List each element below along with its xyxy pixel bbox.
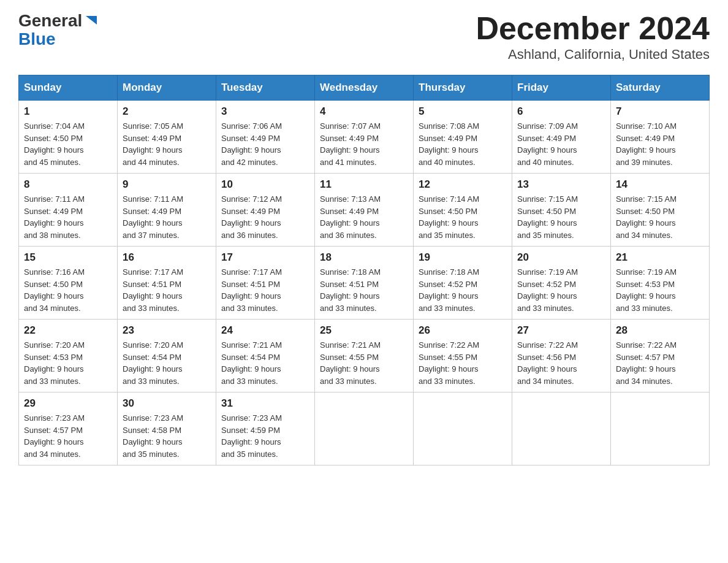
calendar-day-cell: 9Sunrise: 7:11 AMSunset: 4:49 PMDaylight…	[118, 174, 216, 247]
day-number: 27	[517, 324, 605, 337]
calendar-day-cell: 13Sunrise: 7:15 AMSunset: 4:50 PMDayligh…	[512, 174, 611, 247]
calendar-day-cell: 16Sunrise: 7:17 AMSunset: 4:51 PMDayligh…	[118, 247, 216, 320]
calendar-day-cell: 14Sunrise: 7:15 AMSunset: 4:50 PMDayligh…	[611, 174, 710, 247]
calendar-week-row: 29Sunrise: 7:23 AMSunset: 4:57 PMDayligh…	[19, 393, 710, 465]
day-number: 11	[320, 178, 408, 191]
day-info: Sunrise: 7:09 AMSunset: 4:49 PMDaylight:…	[517, 120, 605, 168]
day-of-week-header: Monday	[118, 75, 216, 101]
day-info: Sunrise: 7:15 AMSunset: 4:50 PMDaylight:…	[517, 193, 605, 241]
day-number: 3	[221, 105, 309, 118]
calendar-day-cell: 12Sunrise: 7:14 AMSunset: 4:50 PMDayligh…	[414, 174, 512, 247]
day-info: Sunrise: 7:19 AMSunset: 4:53 PMDaylight:…	[616, 266, 704, 314]
day-number: 26	[419, 324, 507, 337]
day-info: Sunrise: 7:17 AMSunset: 4:51 PMDaylight:…	[221, 266, 309, 314]
day-number: 17	[221, 251, 309, 264]
day-number: 21	[616, 251, 704, 264]
day-info: Sunrise: 7:12 AMSunset: 4:49 PMDaylight:…	[221, 193, 309, 241]
day-info: Sunrise: 7:04 AMSunset: 4:50 PMDaylight:…	[24, 120, 112, 168]
day-number: 31	[221, 397, 309, 410]
title-block: December 2024 Ashland, California, Unite…	[476, 12, 710, 63]
calendar-day-cell: 27Sunrise: 7:22 AMSunset: 4:56 PMDayligh…	[512, 320, 611, 393]
day-number: 19	[419, 251, 507, 264]
calendar-day-cell: 24Sunrise: 7:21 AMSunset: 4:54 PMDayligh…	[216, 320, 315, 393]
day-number: 29	[24, 397, 112, 410]
day-number: 30	[123, 397, 211, 410]
day-info: Sunrise: 7:10 AMSunset: 4:49 PMDaylight:…	[616, 120, 704, 168]
calendar-day-cell: 1Sunrise: 7:04 AMSunset: 4:50 PMDaylight…	[19, 101, 118, 174]
calendar-week-row: 22Sunrise: 7:20 AMSunset: 4:53 PMDayligh…	[19, 320, 710, 393]
calendar-day-cell	[315, 393, 414, 465]
calendar-day-cell: 28Sunrise: 7:22 AMSunset: 4:57 PMDayligh…	[611, 320, 710, 393]
day-of-week-header: Tuesday	[216, 75, 315, 101]
calendar-day-cell: 17Sunrise: 7:17 AMSunset: 4:51 PMDayligh…	[216, 247, 315, 320]
day-info: Sunrise: 7:17 AMSunset: 4:51 PMDaylight:…	[123, 266, 211, 314]
day-info: Sunrise: 7:08 AMSunset: 4:49 PMDaylight:…	[419, 120, 507, 168]
day-info: Sunrise: 7:14 AMSunset: 4:50 PMDaylight:…	[419, 193, 507, 241]
day-number: 4	[320, 105, 408, 118]
calendar-week-row: 8Sunrise: 7:11 AMSunset: 4:49 PMDaylight…	[19, 174, 710, 247]
logo-text-general: General	[18, 12, 82, 29]
day-of-week-header: Thursday	[414, 75, 512, 101]
day-number: 16	[123, 251, 211, 264]
calendar-day-cell: 31Sunrise: 7:23 AMSunset: 4:59 PMDayligh…	[216, 393, 315, 465]
day-number: 24	[221, 324, 309, 337]
day-info: Sunrise: 7:22 AMSunset: 4:57 PMDaylight:…	[616, 339, 704, 387]
calendar-week-row: 15Sunrise: 7:16 AMSunset: 4:50 PMDayligh…	[19, 247, 710, 320]
day-info: Sunrise: 7:13 AMSunset: 4:49 PMDaylight:…	[320, 193, 408, 241]
day-number: 5	[419, 105, 507, 118]
day-info: Sunrise: 7:15 AMSunset: 4:50 PMDaylight:…	[616, 193, 704, 241]
calendar-day-cell	[414, 393, 512, 465]
day-number: 6	[517, 105, 605, 118]
day-number: 7	[616, 105, 704, 118]
day-info: Sunrise: 7:07 AMSunset: 4:49 PMDaylight:…	[320, 120, 408, 168]
day-number: 14	[616, 178, 704, 191]
day-info: Sunrise: 7:21 AMSunset: 4:54 PMDaylight:…	[221, 339, 309, 387]
day-number: 18	[320, 251, 408, 264]
calendar-day-cell: 26Sunrise: 7:22 AMSunset: 4:55 PMDayligh…	[414, 320, 512, 393]
day-number: 9	[123, 178, 211, 191]
calendar-day-cell	[512, 393, 611, 465]
day-number: 10	[221, 178, 309, 191]
day-number: 28	[616, 324, 704, 337]
calendar-day-cell: 7Sunrise: 7:10 AMSunset: 4:49 PMDaylight…	[611, 101, 710, 174]
day-info: Sunrise: 7:18 AMSunset: 4:51 PMDaylight:…	[320, 266, 408, 314]
calendar-day-cell: 25Sunrise: 7:21 AMSunset: 4:55 PMDayligh…	[315, 320, 414, 393]
calendar-day-cell: 22Sunrise: 7:20 AMSunset: 4:53 PMDayligh…	[19, 320, 118, 393]
day-info: Sunrise: 7:19 AMSunset: 4:52 PMDaylight:…	[517, 266, 605, 314]
day-info: Sunrise: 7:05 AMSunset: 4:49 PMDaylight:…	[123, 120, 211, 168]
calendar-day-cell: 5Sunrise: 7:08 AMSunset: 4:49 PMDaylight…	[414, 101, 512, 174]
day-number: 1	[24, 105, 112, 118]
calendar-day-cell: 18Sunrise: 7:18 AMSunset: 4:51 PMDayligh…	[315, 247, 414, 320]
day-number: 12	[419, 178, 507, 191]
calendar-day-cell: 19Sunrise: 7:18 AMSunset: 4:52 PMDayligh…	[414, 247, 512, 320]
location-subtitle: Ashland, California, United States	[476, 47, 710, 63]
day-info: Sunrise: 7:22 AMSunset: 4:55 PMDaylight:…	[419, 339, 507, 387]
calendar-day-cell: 3Sunrise: 7:06 AMSunset: 4:49 PMDaylight…	[216, 101, 315, 174]
calendar-week-row: 1Sunrise: 7:04 AMSunset: 4:50 PMDaylight…	[19, 101, 710, 174]
calendar-day-cell: 6Sunrise: 7:09 AMSunset: 4:49 PMDaylight…	[512, 101, 611, 174]
day-number: 25	[320, 324, 408, 337]
calendar-day-cell: 10Sunrise: 7:12 AMSunset: 4:49 PMDayligh…	[216, 174, 315, 247]
day-number: 2	[123, 105, 211, 118]
logo-triangle-icon	[85, 13, 98, 27]
calendar-table: SundayMondayTuesdayWednesdayThursdayFrid…	[18, 75, 710, 465]
calendar-day-cell: 15Sunrise: 7:16 AMSunset: 4:50 PMDayligh…	[19, 247, 118, 320]
day-number: 13	[517, 178, 605, 191]
calendar-day-cell: 20Sunrise: 7:19 AMSunset: 4:52 PMDayligh…	[512, 247, 611, 320]
day-of-week-header: Friday	[512, 75, 611, 101]
calendar-day-cell	[611, 393, 710, 465]
logo: General Blue	[18, 12, 98, 48]
day-info: Sunrise: 7:21 AMSunset: 4:55 PMDaylight:…	[320, 339, 408, 387]
calendar-day-cell: 23Sunrise: 7:20 AMSunset: 4:54 PMDayligh…	[118, 320, 216, 393]
day-info: Sunrise: 7:22 AMSunset: 4:56 PMDaylight:…	[517, 339, 605, 387]
day-info: Sunrise: 7:23 AMSunset: 4:57 PMDaylight:…	[24, 412, 112, 460]
day-info: Sunrise: 7:20 AMSunset: 4:53 PMDaylight:…	[24, 339, 112, 387]
day-number: 23	[123, 324, 211, 337]
calendar-day-cell: 2Sunrise: 7:05 AMSunset: 4:49 PMDaylight…	[118, 101, 216, 174]
day-info: Sunrise: 7:23 AMSunset: 4:58 PMDaylight:…	[123, 412, 211, 460]
day-number: 20	[517, 251, 605, 264]
day-info: Sunrise: 7:06 AMSunset: 4:49 PMDaylight:…	[221, 120, 309, 168]
day-number: 8	[24, 178, 112, 191]
day-info: Sunrise: 7:23 AMSunset: 4:59 PMDaylight:…	[221, 412, 309, 460]
svg-marker-0	[86, 16, 97, 25]
